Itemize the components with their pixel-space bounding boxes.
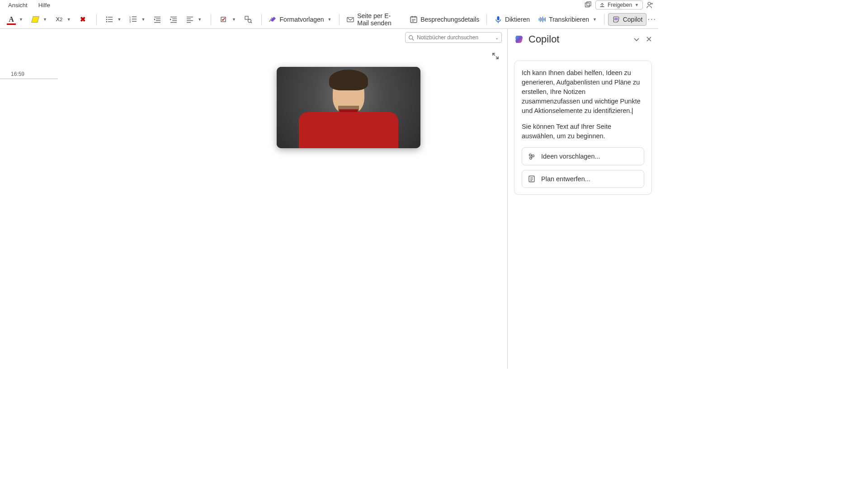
svg-rect-1: [587, 2, 591, 6]
svg-point-49: [532, 155, 534, 157]
collapse-panel-button[interactable]: [633, 36, 640, 42]
bullets-button[interactable]: ▼: [102, 14, 125, 25]
toolbar-separator: [96, 14, 97, 25]
toolbar-separator: [261, 14, 262, 25]
svg-rect-29: [245, 16, 248, 19]
svg-rect-38: [412, 21, 414, 21]
svg-point-47: [409, 35, 413, 39]
copilot-panel: Copilot Ich kann Ihnen dabei helfen, Ide…: [507, 29, 658, 369]
suggestion-plan-label: Plan entwerfen...: [541, 175, 590, 183]
decrease-indent-button[interactable]: [150, 14, 165, 25]
toolbar-separator: [486, 14, 487, 25]
increase-indent-button[interactable]: [166, 14, 181, 25]
toolbar-separator: [604, 14, 604, 25]
text-cursor: [632, 108, 632, 114]
subscript-button[interactable]: X2 ▼: [52, 14, 75, 25]
subscript-icon: X2: [55, 15, 63, 23]
suggestion-plan-button[interactable]: Plan entwerfen...: [522, 170, 644, 188]
share-button[interactable]: Freigeben ▼: [595, 0, 643, 9]
find-tags-button[interactable]: [241, 14, 256, 25]
numbered-list-icon: 123: [129, 15, 137, 23]
svg-rect-40: [498, 22, 498, 23]
chevron-down-icon: ⌄: [495, 35, 499, 40]
page-canvas[interactable]: 16:59 Notizbücher durchsuchen ⌄: [0, 29, 507, 369]
copilot-intro-text: Ich kann Ihnen dabei helfen, Ideen zu ge…: [522, 68, 644, 116]
chevron-down-icon: ▼: [141, 17, 145, 22]
copilot-toolbar-label: Copilot: [623, 16, 643, 23]
open-desktop-icon[interactable]: [584, 0, 593, 9]
copilot-logo-icon: [514, 34, 524, 44]
chevron-down-icon: ▼: [117, 17, 121, 22]
chevron-down-icon: ▼: [328, 17, 332, 22]
expand-icon[interactable]: [492, 52, 499, 60]
svg-rect-39: [497, 16, 499, 20]
svg-rect-44: [542, 16, 543, 22]
email-icon: [346, 15, 354, 23]
transcribe-label: Transkribieren: [549, 16, 589, 23]
webcam-overlay: [277, 67, 420, 148]
svg-rect-19: [154, 22, 160, 23]
svg-point-30: [248, 19, 251, 22]
search-icon: [408, 35, 414, 41]
clear-formatting-button[interactable]: ✖: [75, 14, 91, 25]
page-timestamp: 16:59: [0, 71, 58, 79]
dictate-button[interactable]: Diktieren: [491, 14, 533, 25]
indent-icon: [170, 15, 178, 23]
transcribe-button[interactable]: Transkribieren ▼: [534, 14, 600, 25]
bullet-list-icon: [105, 15, 113, 23]
meeting-details-button[interactable]: Besprechungsdetails: [406, 14, 483, 25]
svg-rect-52: [530, 178, 533, 178]
svg-rect-25: [187, 19, 191, 19]
svg-rect-24: [187, 17, 193, 17]
copilot-hint-text: Sie können Text auf Ihrer Seite auswähle…: [522, 122, 644, 141]
align-button[interactable]: ▼: [182, 14, 205, 25]
copilot-intro-card: Ich kann Ihnen dabei helfen, Ideen zu ge…: [514, 61, 652, 195]
menu-help[interactable]: Hilfe: [33, 1, 56, 9]
svg-rect-45: [544, 18, 544, 20]
menu-view[interactable]: Ansicht: [3, 1, 33, 9]
svg-rect-43: [541, 18, 542, 21]
chevron-down-icon: ▼: [67, 17, 71, 22]
toolbar-more-button[interactable]: ···: [647, 15, 656, 23]
numbering-button[interactable]: 123 ▼: [126, 14, 149, 25]
ideas-icon: [528, 152, 536, 160]
svg-rect-5: [108, 17, 113, 17]
align-left-icon: [186, 15, 194, 23]
share-icon: [599, 2, 605, 8]
search-placeholder: Notizbücher durchsuchen: [417, 34, 478, 41]
svg-rect-22: [172, 20, 177, 21]
styles-button[interactable]: A Formatvorlagen ▼: [265, 14, 335, 25]
copilot-button[interactable]: Copilot: [608, 13, 647, 26]
svg-rect-15: [132, 21, 137, 21]
svg-rect-36: [415, 16, 416, 17]
close-panel-button[interactable]: [646, 36, 652, 42]
svg-rect-37: [412, 19, 415, 20]
text-highlight-button[interactable]: ▼: [28, 14, 51, 25]
svg-rect-21: [172, 19, 177, 19]
svg-rect-53: [530, 179, 533, 179]
styles-label: Formatvorlagen: [280, 16, 324, 23]
svg-rect-54: [530, 180, 532, 181]
font-color-button[interactable]: A ▼: [4, 14, 27, 25]
account-icon[interactable]: [646, 0, 655, 9]
svg-rect-46: [545, 17, 545, 21]
todo-tag-button[interactable]: ▼: [217, 14, 240, 25]
svg-rect-18: [156, 20, 160, 21]
suggestion-ideas-label: Ideen vorschlagen...: [541, 153, 600, 160]
email-page-button[interactable]: Seite per E-Mail senden: [343, 10, 405, 28]
svg-rect-17: [156, 19, 160, 19]
dictate-label: Diktieren: [505, 16, 530, 23]
meeting-details-label: Besprechungsdetails: [420, 16, 479, 23]
microphone-icon: [494, 15, 502, 23]
svg-point-8: [106, 21, 108, 22]
suggestion-ideas-button[interactable]: Ideen vorschlagen...: [522, 147, 644, 165]
svg-rect-2: [600, 6, 604, 7]
plan-icon: [528, 175, 536, 183]
search-notebooks-input[interactable]: Notizbücher durchsuchen ⌄: [405, 32, 502, 43]
toolbar-separator: [211, 14, 211, 25]
outdent-icon: [153, 15, 161, 23]
email-page-label: Seite per E-Mail senden: [357, 12, 401, 27]
toolbar-separator: [339, 14, 340, 25]
chevron-down-icon: ▼: [593, 17, 597, 22]
svg-text:3: 3: [129, 20, 131, 23]
